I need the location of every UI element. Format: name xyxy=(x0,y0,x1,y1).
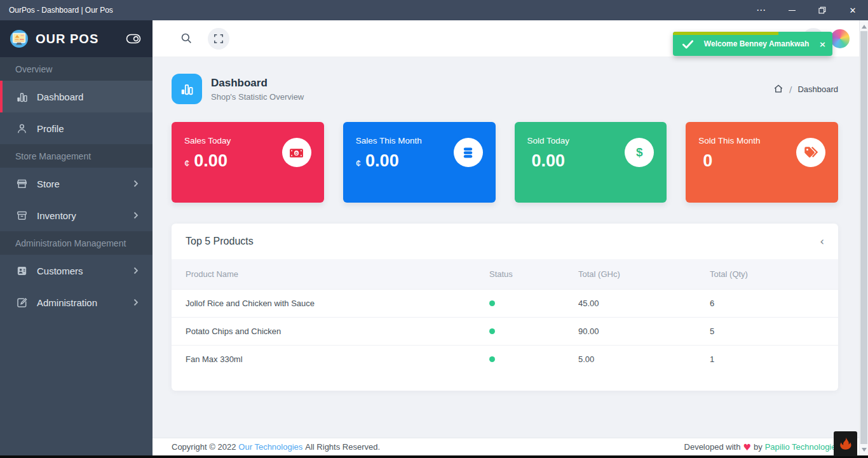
sidebar-item-profile[interactable]: Profile xyxy=(0,112,153,144)
product-name: Jollof Rice and Chicken with Sauce xyxy=(172,289,489,317)
contact-card-icon xyxy=(15,264,28,277)
scrollbar-thumb[interactable] xyxy=(860,31,867,444)
check-icon xyxy=(682,39,694,49)
window-bottom-edge xyxy=(0,455,868,458)
copyright-text: Copyright © 2022 xyxy=(172,442,236,452)
home-icon[interactable] xyxy=(773,84,783,94)
fullscreen-button[interactable] xyxy=(208,28,229,50)
sidebar-item-customers[interactable]: Customers xyxy=(0,255,153,286)
papilio-technologies-link[interactable]: Papilio Technologies xyxy=(765,442,840,452)
sidebar-section-administration-management: Administration Management xyxy=(0,231,153,255)
status-dot xyxy=(489,328,495,334)
minimize-button[interactable] xyxy=(776,0,807,20)
minimize-icon xyxy=(789,10,796,11)
breadcrumb-current: Dashboard xyxy=(797,84,838,94)
developed-with-text: Developed with xyxy=(684,442,741,452)
sidebar: OUR POS Overview Dashboard Profile Store… xyxy=(0,20,153,455)
user-icon xyxy=(15,122,28,135)
box-icon xyxy=(15,209,28,222)
sidebar-section-overview: Overview xyxy=(0,57,153,81)
status-dot xyxy=(489,300,495,306)
page-header-chart-icon xyxy=(172,74,202,104)
sidebar-item-administration[interactable]: Administration xyxy=(0,286,153,318)
restore-button[interactable] xyxy=(807,0,837,20)
chevron-right-icon xyxy=(133,212,139,219)
product-name: Fan Max 330ml xyxy=(172,345,489,373)
stat-cards: Sales Today ¢ 0.00 0 Sales This Month ¢ … xyxy=(172,122,838,203)
window-title: OurPos - Dashboard | Our Pos xyxy=(0,6,746,15)
sidebar-item-label: Dashboard xyxy=(37,91,83,102)
page-content: Dashboard Shop's Statistic Overview / Da… xyxy=(153,57,859,438)
storefront-icon xyxy=(15,177,28,190)
topbar: Welcome Benney Amankwah × xyxy=(153,20,859,57)
triangle-up-icon xyxy=(862,25,867,29)
total-ghc: 45.00 xyxy=(578,289,710,317)
sidebar-brand: OUR POS xyxy=(0,20,153,57)
toast-message: Welcome Benney Amankwah xyxy=(694,39,819,48)
footer: Copyright © 2022 Our Technologies All Ri… xyxy=(153,438,859,455)
page-title: Dashboard xyxy=(211,77,304,90)
sidebar-item-inventory[interactable]: Inventory xyxy=(0,199,153,231)
vertical-scrollbar xyxy=(859,20,868,455)
debug-toolbar-badge[interactable] xyxy=(834,431,857,456)
sidebar-item-label: Store xyxy=(37,178,60,189)
table-row: Potato Chips and Chicken 90.00 5 xyxy=(172,317,838,345)
sidebar-item-label: Profile xyxy=(37,123,64,134)
sidebar-nav: Overview Dashboard Profile Store Managem… xyxy=(0,57,153,318)
chevron-right-icon xyxy=(133,299,139,306)
toast-close-button[interactable]: × xyxy=(819,39,826,49)
svg-text:0: 0 xyxy=(295,150,298,156)
top-products-panel: Top 5 Products ‹ Product Name Status Tot… xyxy=(172,224,838,391)
sidebar-item-dashboard[interactable]: Dashboard xyxy=(0,81,153,112)
tags-icon xyxy=(796,138,825,167)
column-header-total-ghc: Total (GHc) xyxy=(578,259,710,289)
column-header-product-name: Product Name xyxy=(172,259,489,289)
search-button[interactable] xyxy=(180,32,193,44)
panel-collapse-button[interactable]: ‹ xyxy=(820,235,824,248)
breadcrumb: / Dashboard xyxy=(773,84,838,94)
window-titlebar: OurPos - Dashboard | Our Pos ⋯ ✕ xyxy=(0,0,868,20)
banknote-icon: 0 xyxy=(282,138,311,167)
menu-dots-icon: ⋯ xyxy=(756,4,766,16)
card-value: 0.00 xyxy=(365,151,399,171)
page-header: Dashboard Shop's Statistic Overview / Da… xyxy=(172,74,838,104)
user-avatar[interactable] xyxy=(831,29,850,48)
column-header-total-qty: Total (Qty) xyxy=(710,259,838,289)
search-icon xyxy=(180,32,193,44)
dollar-icon: $ xyxy=(625,138,654,167)
products-table: Product Name Status Total (GHc) Total (Q… xyxy=(172,259,838,373)
total-ghc: 90.00 xyxy=(578,317,710,345)
fullscreen-icon xyxy=(214,34,224,44)
flame-icon xyxy=(839,436,853,452)
product-name: Potato Chips and Chicken xyxy=(172,317,489,345)
close-icon: ✕ xyxy=(850,6,857,15)
coin-stack-icon xyxy=(454,138,483,167)
card-value: 0.00 xyxy=(532,151,566,171)
total-qty: 6 xyxy=(710,289,838,317)
pos-terminal-logo-icon xyxy=(9,29,29,49)
panel-title: Top 5 Products xyxy=(186,236,254,247)
card-sold-today: Sold Today 0.00 $ xyxy=(515,122,667,203)
table-row: Jollof Rice and Chicken with Sauce 45.00… xyxy=(172,289,838,317)
brand-name: OUR POS xyxy=(36,32,98,46)
edit-icon xyxy=(15,296,28,309)
close-button[interactable]: ✕ xyxy=(837,0,868,20)
sidebar-item-store[interactable]: Store xyxy=(0,168,153,199)
sidebar-item-label: Customers xyxy=(37,266,83,276)
sidebar-section-store-management: Store Management xyxy=(0,144,153,168)
developed-by-text: by xyxy=(754,442,763,452)
chevron-right-icon xyxy=(133,180,139,187)
scrollbar-down-arrow[interactable] xyxy=(860,445,868,454)
our-technologies-link[interactable]: Our Technologies xyxy=(238,442,302,452)
card-sales-this-month: Sales This Month ¢ 0.00 xyxy=(343,122,496,203)
sidebar-item-label: Administration xyxy=(37,297,97,308)
cedi-symbol: ¢ xyxy=(356,158,361,168)
window-menu-button[interactable]: ⋯ xyxy=(746,0,776,20)
table-row: Fan Max 330ml 5.00 1 xyxy=(172,345,838,373)
scrollbar-up-arrow[interactable] xyxy=(860,22,868,31)
sidebar-toggle-button[interactable] xyxy=(126,34,141,44)
chevron-right-icon xyxy=(133,267,139,274)
card-sold-this-month: Sold This Month 0 xyxy=(686,122,838,203)
triangle-down-icon xyxy=(862,448,867,452)
total-qty: 5 xyxy=(710,317,838,345)
